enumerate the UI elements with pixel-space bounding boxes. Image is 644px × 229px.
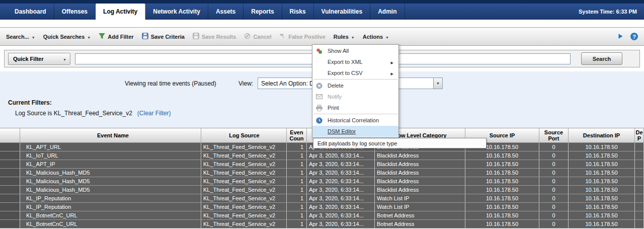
cell-source-port[interactable]: 0 [539, 194, 569, 202]
cell-event-name[interactable]: KL_Malicious_Hash_MD5 [20, 177, 201, 185]
cell-source-port[interactable]: 0 [539, 143, 569, 151]
row-selector-cell[interactable] [0, 151, 20, 160]
actions-menu-button[interactable]: Actions [363, 34, 389, 40]
menu-item-export-csv[interactable]: Export to CSV [312, 67, 398, 79]
row-selector-cell[interactable] [0, 211, 20, 219]
cell-event-name[interactable]: KL_IP_Reputation [20, 194, 201, 202]
row-selector-cell[interactable] [0, 220, 20, 228]
cell-destination-port[interactable] [635, 220, 644, 228]
play-icon[interactable] [617, 33, 623, 40]
cell-event-name[interactable]: KL_Malicious_Hash_MD5 [20, 169, 201, 177]
cell-event-count[interactable]: 1 [287, 160, 307, 168]
cell-destination-port[interactable] [635, 177, 644, 185]
save-criteria-button[interactable]: Save Criteria [142, 33, 185, 40]
menu-item-delete[interactable]: Delete [312, 80, 398, 91]
cell-source-ip[interactable]: 10.16.178.50 [465, 160, 539, 168]
cell-event-count[interactable]: 1 [287, 177, 307, 185]
cell-source-ip[interactable]: 10.16.178.50 [465, 169, 539, 177]
cell-event-name[interactable]: KL_IoT_URL [20, 151, 201, 160]
cell-event-name[interactable]: KL_APT_URL [20, 143, 201, 151]
tab-admin[interactable]: Admin [370, 4, 405, 20]
cell-low-level-category[interactable]: Botnet Address [375, 211, 465, 219]
cell-low-level-category[interactable]: Blacklist Address [375, 169, 465, 177]
menu-item-show-all[interactable]: Show All [312, 45, 398, 56]
table-row[interactable]: KL_Malicious_Hash_MD5 KL_Threat_Feed_Ser… [0, 186, 644, 194]
cell-destination-ip[interactable]: 10.16.178.50 [569, 177, 635, 185]
column-header-event-count[interactable]: Even Coun [287, 128, 307, 142]
cell-log-source[interactable]: KL_Threat_Feed_Service_v2 [201, 151, 287, 160]
cell-source-port[interactable]: 0 [539, 151, 569, 160]
cell-source-ip[interactable]: 10.16.178.50 [465, 220, 539, 228]
cell-low-level-category[interactable]: Blacklist Address [375, 186, 465, 194]
cell-log-source[interactable]: KL_Threat_Feed_Service_v2 [201, 169, 287, 177]
tab-vulnerabilities[interactable]: Vulnerabilities [314, 4, 371, 20]
cell-event-count[interactable]: 1 [287, 143, 307, 151]
cell-source-ip[interactable]: 10.16.178.50 [465, 203, 539, 211]
cell-destination-port[interactable] [635, 169, 644, 177]
clear-filter-link[interactable]: (Clear Filter) [137, 110, 171, 117]
cell-destination-ip[interactable]: 10.16.178.50 [569, 186, 635, 194]
cell-log-source[interactable]: KL_Threat_Feed_Service_v2 [201, 220, 287, 228]
cell-destination-port[interactable] [635, 151, 644, 160]
cell-destination-port[interactable] [635, 211, 644, 219]
tab-dashboard[interactable]: Dashboard [7, 4, 54, 20]
cell-destination-port[interactable] [635, 160, 644, 168]
quick-filter-dropdown[interactable]: Quick Filter [8, 53, 70, 65]
cell-low-level-category[interactable]: Blacklist Address [375, 177, 465, 185]
column-header-event-name[interactable]: Event Name [20, 128, 201, 142]
cell-source-port[interactable]: 0 [539, 211, 569, 219]
row-selector-cell[interactable] [0, 160, 20, 168]
table-row[interactable]: KL_IP_Reputation KL_Threat_Feed_Service_… [0, 194, 644, 203]
cell-low-level-category[interactable]: Watch List IP [375, 194, 465, 202]
table-row[interactable]: KL_BotnetCnC_URL KL_Threat_Feed_Service_… [0, 220, 644, 228]
tab-assets[interactable]: Assets [208, 4, 244, 20]
cell-destination-ip[interactable]: 10.16.178.50 [569, 151, 635, 160]
cell-log-source[interactable]: KL_Threat_Feed_Service_v2 [201, 143, 287, 151]
cell-log-source[interactable]: KL_Threat_Feed_Service_v2 [201, 186, 287, 194]
cell-source-port[interactable]: 0 [539, 186, 569, 194]
cell-time[interactable]: Apr 3, 2020, 6:33:14... [307, 203, 375, 211]
menu-item-dsm-editor[interactable]: DSM Editor [312, 126, 398, 137]
column-header-destination-ip[interactable]: Destination IP [569, 128, 635, 142]
cell-source-port[interactable]: 0 [539, 177, 569, 185]
cell-low-level-category[interactable]: Blacklist Address [375, 160, 465, 168]
menu-item-export-xml[interactable]: Export to XML [312, 56, 398, 67]
tab-log-activity[interactable]: Log Activity [96, 4, 145, 20]
cell-event-count[interactable]: 1 [287, 169, 307, 177]
cell-time[interactable]: Apr 3, 2020, 6:33:14... [307, 186, 375, 194]
cell-destination-ip[interactable]: 10.16.178.50 [569, 194, 635, 202]
cell-time[interactable]: Apr 3, 2020, 6:33:14... [307, 160, 375, 168]
tab-risks[interactable]: Risks [282, 4, 314, 20]
cell-destination-port[interactable] [635, 186, 644, 194]
table-row[interactable]: KL_Malicious_Hash_MD5 KL_Threat_Feed_Ser… [0, 177, 644, 186]
cell-low-level-category[interactable]: Botnet Address [375, 220, 465, 228]
cell-time[interactable]: Apr 3, 2020, 6:33:14... [307, 169, 375, 177]
menu-item-historical-correlation[interactable]: Historical Correlation [312, 115, 398, 126]
cell-destination-port[interactable] [635, 194, 644, 202]
row-selector-cell[interactable] [0, 177, 20, 185]
column-header-log-source[interactable]: Log Source [201, 128, 287, 142]
add-filter-button[interactable]: Add Filter [99, 33, 133, 40]
tab-network-activity[interactable]: Network Activity [145, 4, 208, 20]
cell-event-name[interactable]: KL_APT_IP [20, 160, 201, 168]
cell-source-ip[interactable]: 10.16.178.50 [465, 211, 539, 219]
cell-source-port[interactable]: 0 [539, 203, 569, 211]
cell-event-count[interactable]: 1 [287, 194, 307, 202]
cell-log-source[interactable]: KL_Threat_Feed_Service_v2 [201, 194, 287, 202]
cell-event-name[interactable]: KL_Malicious_Hash_MD5 [20, 186, 201, 194]
cell-destination-port[interactable] [635, 143, 644, 151]
cell-time[interactable]: Apr 3, 2020, 6:33:14... [307, 211, 375, 219]
cell-low-level-category[interactable]: Watch List IP [375, 203, 465, 211]
tab-reports[interactable]: Reports [244, 4, 282, 20]
table-row[interactable]: KL_IP_Reputation KL_Threat_Feed_Service_… [0, 203, 644, 211]
cell-destination-ip[interactable]: 10.16.178.50 [569, 211, 635, 219]
cell-event-name[interactable]: KL_IP_Reputation [20, 203, 201, 211]
column-header-destination-port[interactable]: De P [635, 128, 644, 142]
cell-event-count[interactable]: 1 [287, 211, 307, 219]
cell-event-count[interactable]: 1 [287, 186, 307, 194]
cell-event-name[interactable]: KL_BotnetCnC_URL [20, 220, 201, 228]
row-selector-cell[interactable] [0, 203, 20, 211]
menu-item-print[interactable]: Print [312, 102, 398, 113]
search-menu-button[interactable]: Search... [6, 34, 35, 40]
cell-event-count[interactable]: 1 [287, 151, 307, 160]
